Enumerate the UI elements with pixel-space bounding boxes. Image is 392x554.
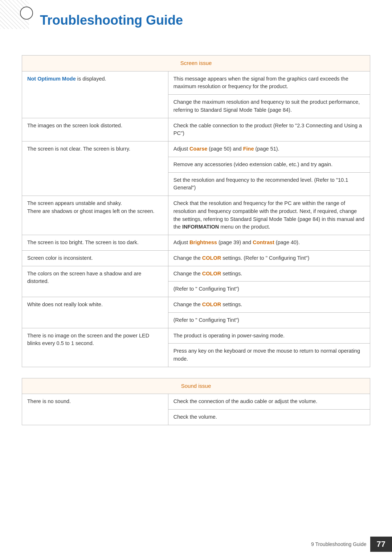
solution-cell: Adjust Brightness (page 39) and Contrast… bbox=[168, 235, 370, 251]
solution-cell: Check the cable connection to the produc… bbox=[168, 118, 370, 141]
solution-cell: Set the resolution and frequency to the … bbox=[168, 172, 370, 196]
page-footer: 9 Troubleshooting Guide 77 bbox=[0, 534, 392, 554]
problem-cell: Not Optimum Mode is displayed. bbox=[22, 71, 168, 118]
page-title: Troubleshooting Guide bbox=[40, 13, 370, 30]
table-row: There is no image on the screen and the … bbox=[22, 328, 370, 344]
page-number-badge: 77 bbox=[370, 537, 392, 552]
content-area: Screen issue Not Optimum Mode is display… bbox=[0, 37, 392, 465]
solution-cell: Change the COLOR settings. bbox=[168, 266, 370, 282]
page-header: Troubleshooting Guide bbox=[0, 0, 392, 37]
solution-cell: Check the connection of the audio cable … bbox=[168, 394, 370, 410]
problem-cell: The screen is too bright. The screen is … bbox=[22, 235, 168, 251]
screen-issue-header: Screen issue bbox=[22, 56, 370, 71]
problem-cell: The screen appears unstable and shaky. T… bbox=[22, 196, 168, 235]
table-row: The images on the screen look distorted.… bbox=[22, 118, 370, 141]
solution-cell: Change the maximum resolution and freque… bbox=[168, 95, 370, 118]
problem-cell: There is no image on the screen and the … bbox=[22, 328, 168, 367]
problem-cell: White does not really look white. bbox=[22, 297, 168, 328]
table-row: Not Optimum Mode is displayed. This mess… bbox=[22, 71, 370, 95]
solution-cell: Change the COLOR settings. (Refer to " C… bbox=[168, 250, 370, 266]
problem-cell: Screen color is inconsistent. bbox=[22, 250, 168, 266]
sound-issue-table: Sound issue There is no sound. Check the… bbox=[22, 378, 370, 425]
solution-cell: (Refer to " Configuring Tint") bbox=[168, 312, 370, 328]
solution-cell: Change the COLOR settings. bbox=[168, 297, 370, 313]
table-row: The screen is not clear. The screen is b… bbox=[22, 141, 370, 157]
solution-cell: Press any key on the keyboard or move th… bbox=[168, 344, 370, 367]
screen-issue-table: Screen issue Not Optimum Mode is display… bbox=[22, 55, 370, 367]
solution-cell: This message appears when the signal fro… bbox=[168, 71, 370, 95]
problem-cell: The screen is not clear. The screen is b… bbox=[22, 141, 168, 196]
solution-cell: (Refer to " Configuring Tint") bbox=[168, 282, 370, 297]
table-row: There is no sound. Check the connection … bbox=[22, 394, 370, 410]
solution-cell: Check the volume. bbox=[168, 410, 370, 425]
footer-label: 9 Troubleshooting Guide bbox=[311, 541, 367, 547]
table-row: The colors on the screen have a shadow a… bbox=[22, 266, 370, 282]
table-row: The screen is too bright. The screen is … bbox=[22, 235, 370, 251]
solution-cell: The product is operating in power-saving… bbox=[168, 328, 370, 344]
table-row: Screen color is inconsistent. Change the… bbox=[22, 250, 370, 266]
solution-cell: Check that the resolution and frequency … bbox=[168, 196, 370, 235]
bold-term: Not Optimum Mode bbox=[27, 76, 76, 82]
solution-cell: Adjust Coarse (page 50) and Fine (page 5… bbox=[168, 141, 370, 157]
problem-cell: There is no sound. bbox=[22, 394, 168, 425]
problem-cell: The images on the screen look distorted. bbox=[22, 118, 168, 141]
solution-cell: Remove any accessories (video extension … bbox=[168, 157, 370, 172]
chapter-circle bbox=[20, 7, 33, 20]
sound-issue-header: Sound issue bbox=[22, 378, 370, 394]
table-row: The screen appears unstable and shaky. T… bbox=[22, 196, 370, 235]
table-row: White does not really look white. Change… bbox=[22, 297, 370, 313]
problem-cell: The colors on the screen have a shadow a… bbox=[22, 266, 168, 297]
